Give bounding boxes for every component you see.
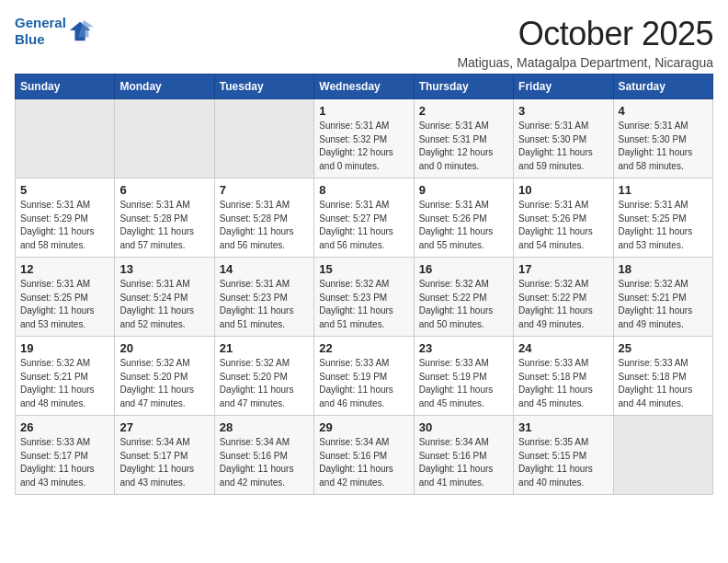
day-info: Sunrise: 5:31 AMSunset: 5:25 PMDaylight:… <box>20 278 109 331</box>
calendar-week-row: 1Sunrise: 5:31 AMSunset: 5:32 PMDaylight… <box>16 99 713 178</box>
calendar-week-row: 19Sunrise: 5:32 AMSunset: 5:21 PMDayligh… <box>16 337 713 416</box>
day-info: Sunrise: 5:33 AMSunset: 5:17 PMDaylight:… <box>20 436 109 489</box>
day-number: 31 <box>518 420 608 434</box>
weekday-header-saturday: Saturday <box>613 75 712 99</box>
calendar-cell: 27Sunrise: 5:34 AMSunset: 5:17 PMDayligh… <box>115 416 214 495</box>
calendar-cell: 31Sunrise: 5:35 AMSunset: 5:15 PMDayligh… <box>514 416 613 495</box>
calendar-cell: 28Sunrise: 5:34 AMSunset: 5:16 PMDayligh… <box>214 416 313 495</box>
calendar-week-row: 26Sunrise: 5:33 AMSunset: 5:17 PMDayligh… <box>16 416 713 495</box>
day-number: 12 <box>20 262 109 276</box>
calendar-cell: 1Sunrise: 5:31 AMSunset: 5:32 PMDaylight… <box>314 99 414 178</box>
day-info: Sunrise: 5:33 AMSunset: 5:18 PMDaylight:… <box>518 357 608 410</box>
day-number: 24 <box>518 341 608 355</box>
weekday-header-tuesday: Tuesday <box>214 75 313 99</box>
calendar-cell: 24Sunrise: 5:33 AMSunset: 5:18 PMDayligh… <box>514 337 613 416</box>
day-number: 21 <box>220 341 309 355</box>
calendar-cell: 8Sunrise: 5:31 AMSunset: 5:27 PMDaylight… <box>314 178 414 258</box>
day-number: 27 <box>119 420 209 434</box>
day-info: Sunrise: 5:31 AMSunset: 5:27 PMDaylight:… <box>319 199 408 252</box>
day-number: 4 <box>619 104 708 118</box>
month-title: October 2025 <box>457 15 713 53</box>
calendar-cell <box>115 99 214 178</box>
header: GeneralBlue October 2025 Matiguas, Matag… <box>15 15 713 70</box>
calendar-cell: 5Sunrise: 5:31 AMSunset: 5:29 PMDaylight… <box>16 178 115 258</box>
day-info: Sunrise: 5:31 AMSunset: 5:25 PMDaylight:… <box>619 199 708 252</box>
calendar-cell: 29Sunrise: 5:34 AMSunset: 5:16 PMDayligh… <box>314 416 414 495</box>
calendar-cell <box>613 416 712 495</box>
day-info: Sunrise: 5:33 AMSunset: 5:18 PMDaylight:… <box>619 357 708 410</box>
day-info: Sunrise: 5:32 AMSunset: 5:22 PMDaylight:… <box>518 278 608 331</box>
calendar-cell: 3Sunrise: 5:31 AMSunset: 5:30 PMDaylight… <box>514 99 613 178</box>
day-number: 22 <box>319 341 408 355</box>
day-info: Sunrise: 5:32 AMSunset: 5:20 PMDaylight:… <box>119 357 209 410</box>
calendar-cell: 18Sunrise: 5:32 AMSunset: 5:21 PMDayligh… <box>613 258 712 337</box>
calendar-cell: 11Sunrise: 5:31 AMSunset: 5:25 PMDayligh… <box>613 178 712 258</box>
calendar-cell: 15Sunrise: 5:32 AMSunset: 5:23 PMDayligh… <box>314 258 414 337</box>
day-number: 25 <box>619 341 708 355</box>
calendar-cell: 22Sunrise: 5:33 AMSunset: 5:19 PMDayligh… <box>314 337 414 416</box>
calendar-cell: 2Sunrise: 5:31 AMSunset: 5:31 PMDaylight… <box>414 99 513 178</box>
calendar-cell: 13Sunrise: 5:31 AMSunset: 5:24 PMDayligh… <box>115 258 214 337</box>
day-info: Sunrise: 5:31 AMSunset: 5:32 PMDaylight:… <box>319 120 408 173</box>
calendar-cell: 19Sunrise: 5:32 AMSunset: 5:21 PMDayligh… <box>16 337 115 416</box>
day-number: 16 <box>419 262 508 276</box>
day-number: 10 <box>518 183 608 197</box>
weekday-header-sunday: Sunday <box>16 75 115 99</box>
day-info: Sunrise: 5:35 AMSunset: 5:15 PMDaylight:… <box>518 436 608 489</box>
day-info: Sunrise: 5:31 AMSunset: 5:30 PMDaylight:… <box>619 120 708 173</box>
calendar-cell <box>214 99 313 178</box>
day-number: 3 <box>518 104 608 118</box>
day-number: 15 <box>319 262 408 276</box>
day-info: Sunrise: 5:34 AMSunset: 5:17 PMDaylight:… <box>119 436 209 489</box>
logo-icon <box>68 18 94 44</box>
day-number: 5 <box>20 183 109 197</box>
calendar-cell: 17Sunrise: 5:32 AMSunset: 5:22 PMDayligh… <box>514 258 613 337</box>
day-number: 11 <box>619 183 708 197</box>
calendar-cell: 16Sunrise: 5:32 AMSunset: 5:22 PMDayligh… <box>414 258 513 337</box>
day-info: Sunrise: 5:31 AMSunset: 5:26 PMDaylight:… <box>518 199 608 252</box>
day-number: 18 <box>619 262 708 276</box>
calendar-cell: 26Sunrise: 5:33 AMSunset: 5:17 PMDayligh… <box>16 416 115 495</box>
day-info: Sunrise: 5:32 AMSunset: 5:23 PMDaylight:… <box>319 278 408 331</box>
weekday-header-wednesday: Wednesday <box>314 75 414 99</box>
day-info: Sunrise: 5:33 AMSunset: 5:19 PMDaylight:… <box>319 357 408 410</box>
day-number: 23 <box>419 341 508 355</box>
day-info: Sunrise: 5:32 AMSunset: 5:21 PMDaylight:… <box>20 357 109 410</box>
calendar-cell: 10Sunrise: 5:31 AMSunset: 5:26 PMDayligh… <box>514 178 613 258</box>
calendar-cell: 21Sunrise: 5:32 AMSunset: 5:20 PMDayligh… <box>214 337 313 416</box>
day-number: 26 <box>20 420 109 434</box>
weekday-header-thursday: Thursday <box>414 75 513 99</box>
calendar-cell: 14Sunrise: 5:31 AMSunset: 5:23 PMDayligh… <box>214 258 313 337</box>
calendar-cell: 20Sunrise: 5:32 AMSunset: 5:20 PMDayligh… <box>115 337 214 416</box>
calendar-cell: 9Sunrise: 5:31 AMSunset: 5:26 PMDaylight… <box>414 178 513 258</box>
day-info: Sunrise: 5:33 AMSunset: 5:19 PMDaylight:… <box>419 357 508 410</box>
weekday-header-friday: Friday <box>514 75 613 99</box>
day-number: 8 <box>319 183 408 197</box>
logo: GeneralBlue <box>15 15 94 48</box>
weekday-header-row: SundayMondayTuesdayWednesdayThursdayFrid… <box>16 75 713 99</box>
day-info: Sunrise: 5:32 AMSunset: 5:21 PMDaylight:… <box>619 278 708 331</box>
day-info: Sunrise: 5:31 AMSunset: 5:31 PMDaylight:… <box>419 120 508 173</box>
day-info: Sunrise: 5:31 AMSunset: 5:29 PMDaylight:… <box>20 199 109 252</box>
day-number: 9 <box>419 183 508 197</box>
day-info: Sunrise: 5:32 AMSunset: 5:22 PMDaylight:… <box>419 278 508 331</box>
day-number: 13 <box>119 262 209 276</box>
day-info: Sunrise: 5:34 AMSunset: 5:16 PMDaylight:… <box>220 436 309 489</box>
calendar-cell: 25Sunrise: 5:33 AMSunset: 5:18 PMDayligh… <box>613 337 712 416</box>
day-number: 7 <box>220 183 309 197</box>
day-number: 6 <box>119 183 209 197</box>
calendar-cell <box>16 99 115 178</box>
calendar-cell: 6Sunrise: 5:31 AMSunset: 5:28 PMDaylight… <box>115 178 214 258</box>
day-number: 1 <box>319 104 408 118</box>
day-number: 20 <box>119 341 209 355</box>
day-number: 28 <box>220 420 309 434</box>
weekday-header-monday: Monday <box>115 75 214 99</box>
calendar-cell: 12Sunrise: 5:31 AMSunset: 5:25 PMDayligh… <box>16 258 115 337</box>
day-info: Sunrise: 5:31 AMSunset: 5:26 PMDaylight:… <box>419 199 508 252</box>
day-info: Sunrise: 5:31 AMSunset: 5:28 PMDaylight:… <box>119 199 209 252</box>
day-info: Sunrise: 5:31 AMSunset: 5:30 PMDaylight:… <box>518 120 608 173</box>
day-number: 14 <box>220 262 309 276</box>
day-number: 17 <box>518 262 608 276</box>
calendar-cell: 30Sunrise: 5:34 AMSunset: 5:16 PMDayligh… <box>414 416 513 495</box>
day-number: 2 <box>419 104 508 118</box>
